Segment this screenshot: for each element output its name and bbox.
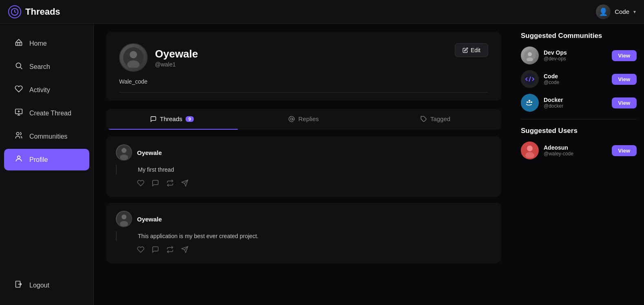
- svg-point-19: [122, 148, 126, 153]
- thread-card: Oyewale My first thread: [106, 136, 501, 197]
- view-adeosun-button[interactable]: View: [612, 145, 637, 156]
- profile-divider: [119, 92, 488, 93]
- topbar-right: 👤 Code ▾: [596, 4, 636, 19]
- thread-author-name: Oyewale: [137, 149, 162, 156]
- sidebar-label-profile: Profile: [29, 156, 48, 164]
- topbar-username: Code: [615, 8, 629, 15]
- svg-rect-36: [531, 102, 532, 103]
- view-devops-button[interactable]: View: [612, 50, 637, 61]
- sidebar-item-activity[interactable]: Activity: [4, 79, 89, 101]
- tab-tagged[interactable]: Tagged: [370, 109, 501, 130]
- profile-avatar: [119, 43, 148, 72]
- svg-rect-37: [529, 100, 530, 101]
- thread-actions: [116, 179, 491, 189]
- share-icon[interactable]: [181, 179, 188, 189]
- repost-icon[interactable]: [166, 246, 174, 255]
- community-item-docker: Docker @docker View: [521, 94, 637, 112]
- user-avatar-adeosun: [521, 141, 539, 159]
- community-info-code: Code @code: [544, 73, 607, 85]
- thread-card: Oyewale This application is my best ever…: [106, 203, 501, 263]
- community-avatar-code: [521, 70, 539, 88]
- create-thread-icon: [14, 108, 24, 118]
- community-avatar-devops: [521, 46, 539, 64]
- sidebar-label-logout: Logout: [29, 282, 49, 289]
- svg-point-24: [122, 214, 126, 219]
- sidebar-item-profile[interactable]: Profile: [4, 149, 89, 170]
- tab-replies[interactable]: Replies: [238, 109, 370, 130]
- svg-point-14: [130, 51, 137, 58]
- topbar-left: Threads: [8, 5, 60, 18]
- tab-threads-badge: 9: [186, 116, 194, 122]
- topbar-avatar: 👤: [596, 4, 611, 19]
- svg-line-3: [20, 67, 22, 69]
- profile-name-area: Oyewale @wale1: [155, 48, 198, 68]
- thread-author-row: Oyewale: [116, 144, 491, 161]
- community-info-devops: Dev Ops @dev-ops: [544, 49, 607, 62]
- community-avatar-docker: [521, 94, 539, 112]
- edit-label: Edit: [471, 47, 480, 53]
- svg-point-2: [16, 63, 21, 68]
- community-name-docker: Docker: [544, 97, 607, 103]
- svg-rect-1: [16, 42, 22, 46]
- comment-icon[interactable]: [152, 179, 159, 189]
- sidebar-label-search: Search: [29, 63, 50, 71]
- repost-icon[interactable]: [166, 179, 174, 189]
- comment-icon[interactable]: [152, 246, 159, 255]
- thread-avatar: [116, 144, 132, 161]
- thread-author-name: Oyewale: [137, 216, 162, 223]
- profile-header: Oyewale @wale1 Edit Wale_code: [106, 32, 501, 101]
- heart-icon: [14, 85, 24, 95]
- content-area: Oyewale @wale1 Edit Wale_code: [94, 24, 513, 305]
- topbar-chevron-icon: ▾: [633, 9, 636, 15]
- view-docker-button[interactable]: View: [612, 97, 637, 108]
- sidebar-item-logout[interactable]: Logout: [4, 274, 89, 296]
- section-divider: [521, 119, 637, 119]
- tab-threads[interactable]: Threads 9: [106, 109, 238, 130]
- svg-point-16: [291, 118, 293, 120]
- topbar: Threads 👤 Code ▾: [0, 0, 644, 24]
- sidebar-item-search[interactable]: Search: [4, 56, 89, 77]
- search-icon: [14, 62, 24, 72]
- community-item-code: Code @code View: [521, 70, 637, 88]
- svg-rect-34: [527, 102, 528, 103]
- user-item-adeosun: Adeosun @waley-code View: [521, 141, 637, 159]
- profile-handle: @wale1: [155, 61, 198, 68]
- view-code-button[interactable]: View: [612, 74, 637, 85]
- svg-point-9: [16, 133, 19, 135]
- thread-content: This application is my best ever created…: [116, 231, 491, 241]
- community-name-devops: Dev Ops: [544, 49, 607, 56]
- sidebar-item-communities[interactable]: Communities: [4, 126, 89, 147]
- thread-content: My first thread: [116, 165, 491, 175]
- user-info-adeosun: Adeosun @waley-code: [544, 144, 607, 157]
- community-handle-docker: @docker: [544, 103, 607, 109]
- logout-icon: [14, 280, 24, 290]
- suggested-users-title: Suggested Users: [521, 127, 637, 135]
- logo-icon: [8, 5, 21, 18]
- community-name-code: Code: [544, 73, 607, 80]
- tab-tagged-label: Tagged: [430, 115, 450, 122]
- suggested-communities-title: Suggested Communities: [521, 32, 637, 40]
- svg-point-39: [527, 146, 533, 151]
- tab-threads-label: Threads: [160, 115, 182, 122]
- sidebar: Home Search Activity: [0, 24, 94, 305]
- profile-bio: Wale_code: [119, 78, 488, 85]
- sidebar-label-activity: Activity: [29, 86, 50, 94]
- svg-rect-35: [529, 102, 530, 103]
- like-icon[interactable]: [137, 246, 144, 255]
- main-layout: Home Search Activity: [0, 24, 644, 305]
- communities-icon: [14, 131, 24, 141]
- share-icon[interactable]: [181, 246, 188, 255]
- sidebar-item-create-thread[interactable]: Create Thread: [4, 102, 89, 124]
- sidebar-item-home[interactable]: Home: [4, 33, 89, 54]
- community-info-docker: Docker @docker: [544, 97, 607, 109]
- user-name-adeosun: Adeosun: [544, 144, 607, 151]
- like-icon[interactable]: [137, 179, 144, 189]
- community-handle-code: @code: [544, 80, 607, 85]
- thread-actions: [116, 246, 491, 255]
- home-icon: [14, 38, 24, 49]
- svg-point-29: [528, 52, 532, 56]
- edit-profile-button[interactable]: Edit: [455, 43, 488, 57]
- right-panel: Suggested Communities Dev Ops @dev-ops V…: [513, 24, 644, 305]
- community-item-devops: Dev Ops @dev-ops View: [521, 46, 637, 64]
- profile-icon: [14, 155, 24, 165]
